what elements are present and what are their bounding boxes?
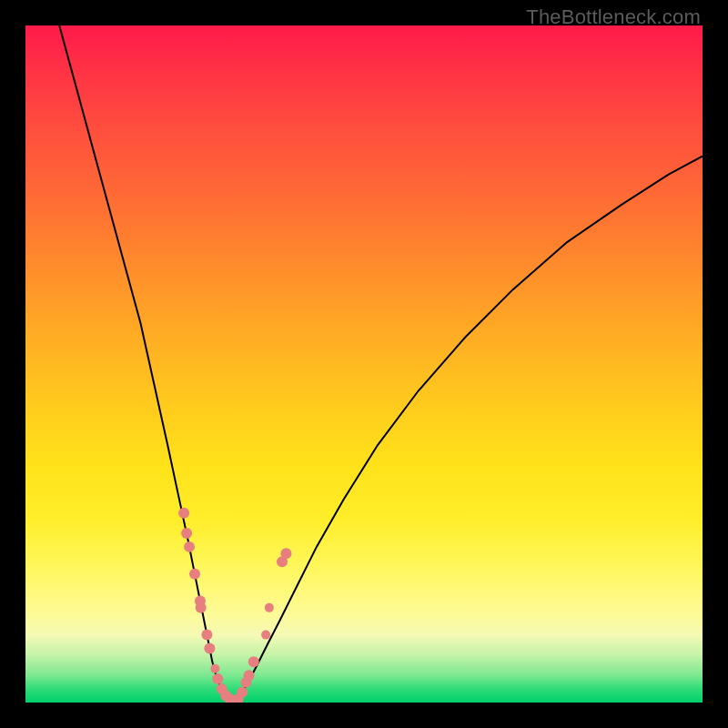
- svg-point-19: [261, 631, 270, 640]
- svg-point-2: [184, 541, 195, 552]
- scatter-points: [178, 508, 291, 703]
- svg-point-3: [189, 569, 200, 580]
- svg-point-0: [178, 508, 189, 519]
- curve-left-branch: [59, 25, 232, 702]
- curve-right-branch: [233, 157, 703, 703]
- chart-container: TheBottleneck.com: [0, 0, 728, 728]
- svg-point-6: [201, 630, 212, 641]
- svg-point-17: [244, 670, 255, 681]
- svg-point-9: [212, 673, 223, 684]
- svg-point-8: [210, 664, 219, 673]
- svg-point-15: [237, 687, 248, 698]
- svg-point-22: [280, 548, 291, 559]
- chart-overlay-svg: [25, 25, 703, 703]
- svg-point-5: [196, 602, 207, 613]
- svg-point-1: [181, 528, 192, 539]
- svg-point-18: [248, 656, 259, 667]
- watermark-text: TheBottleneck.com: [526, 5, 701, 29]
- svg-point-20: [265, 603, 274, 612]
- svg-point-7: [204, 642, 215, 653]
